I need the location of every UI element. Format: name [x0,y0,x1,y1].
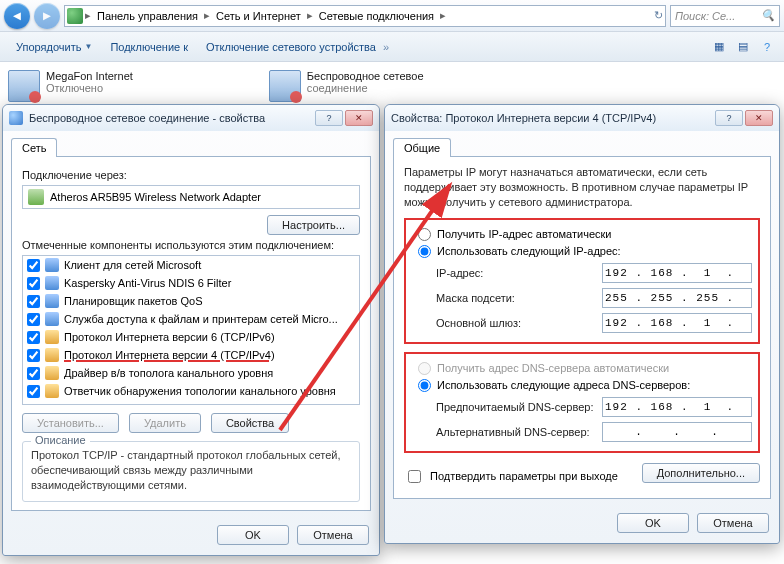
chevron-double-icon: » [383,41,389,53]
list-item[interactable]: Драйвер в/в тополога канального уровня [23,364,359,382]
chevron-right-icon: ▸ [440,9,446,22]
disable-device-menu[interactable]: Отключение сетевого устройства» [198,37,397,57]
properties-button[interactable]: Свойства [211,413,289,433]
ipv4-properties-dialog: Свойства: Протокол Интернета версии 4 (T… [384,104,780,544]
ip-label: IP-адрес: [436,267,594,279]
radio-input[interactable] [418,228,431,241]
filter-icon [45,276,59,290]
gateway-row: Основной шлюз: [436,313,752,333]
radio-auto-ip[interactable]: Получить IP-адрес автоматически [412,228,752,241]
connection-icon [269,70,301,102]
driver-icon [45,384,59,398]
confirm-on-exit-row[interactable]: Подтвердить параметры при выходе [404,467,618,486]
ok-button[interactable]: OK [617,513,689,533]
component-checkbox[interactable] [27,367,40,380]
driver-icon [45,366,59,380]
dns2-label: Альтернативный DNS-сервер: [436,426,594,438]
breadcrumb-seg[interactable]: Панель управления [93,10,202,22]
components-label: Отмеченные компоненты используются этим … [22,239,360,251]
connect-via-label: Подключение через: [22,169,360,181]
chevron-right-icon: ▸ [204,9,210,22]
list-item[interactable]: Клиент для сетей Microsoft [23,256,359,274]
component-checkbox[interactable] [27,349,40,362]
alternate-dns-input[interactable] [602,422,752,442]
description-legend: Описание [31,434,90,446]
ip-settings-highlight: Получить IP-адрес автоматически Использо… [404,218,760,344]
ok-button[interactable]: OK [217,525,289,545]
component-checkbox[interactable] [27,277,40,290]
protocol-icon [45,348,59,362]
breadcrumb[interactable]: ▸ Панель управления ▸ Сеть и Интернет ▸ … [64,5,666,27]
back-button[interactable]: ◄ [4,3,30,29]
ip-address-input[interactable] [602,263,752,283]
help-button[interactable]: ? [715,110,743,126]
radio-manual-ip[interactable]: Использовать следующий IP-адрес: [412,245,752,258]
service-icon [45,312,59,326]
dialog-titlebar[interactable]: Беспроводное сетевое соединение - свойст… [3,105,379,131]
confirm-checkbox[interactable] [408,470,421,483]
chevron-down-icon: ▼ [84,42,92,51]
tab-network[interactable]: Сеть [11,138,57,157]
connection-icon [8,70,40,102]
adapter-name: Atheros AR5B95 Wireless Network Adapter [50,191,261,203]
toolbar: Упорядочить▼ Подключение к Отключение се… [0,32,784,62]
configure-button[interactable]: Настроить... [267,215,360,235]
adapter-field: Atheros AR5B95 Wireless Network Adapter [22,185,360,209]
components-list[interactable]: Клиент для сетей Microsoft Kaspersky Ant… [22,255,360,405]
close-button[interactable]: ✕ [345,110,373,126]
radio-auto-dns[interactable]: Получить адрес DNS-сервера автоматически [412,362,752,375]
connection-title-line2: соединение [307,82,424,94]
remove-button[interactable]: Удалить [129,413,201,433]
connection-wifi[interactable]: Беспроводное сетевое соединение [265,66,428,106]
refresh-icon[interactable]: ↻ [654,9,663,22]
connect-to-menu[interactable]: Подключение к [102,37,196,57]
subnet-mask-input[interactable] [602,288,752,308]
preferred-dns-input[interactable] [602,397,752,417]
dialog-titlebar[interactable]: Свойства: Протокол Интернета версии 4 (T… [385,105,779,131]
install-button[interactable]: Установить... [22,413,119,433]
list-item[interactable]: Ответчик обнаружения топологии канальног… [23,382,359,400]
connection-title: MegaFon Internet [46,70,133,82]
list-item[interactable]: Служба доступа к файлам и принтерам сете… [23,310,359,328]
radio-input[interactable] [418,245,431,258]
dialog-title: Свойства: Протокол Интернета версии 4 (T… [391,112,656,124]
radio-input [418,362,431,375]
list-item[interactable]: Kaspersky Anti-Virus NDIS 6 Filter [23,274,359,292]
list-item-tcpipv4[interactable]: Протокол Интернета версии 4 (TCP/IPv4) [23,346,359,364]
organize-menu[interactable]: Упорядочить▼ [8,37,100,57]
connection-status: Отключено [46,82,133,94]
description-group: Описание Протокол TCP/IP - стандартный п… [22,441,360,502]
search-input[interactable]: Поиск: Се... 🔍 [670,5,780,27]
help-icon[interactable]: ? [758,38,776,56]
help-button[interactable]: ? [315,110,343,126]
adapter-icon [28,189,44,205]
details-icon[interactable]: ▤ [734,38,752,56]
list-item[interactable]: Планировщик пакетов QoS [23,292,359,310]
wifi-properties-dialog: Беспроводное сетевое соединение - свойст… [2,104,380,556]
cancel-button[interactable]: Отмена [297,525,369,545]
dns2-row: Альтернативный DNS-сервер: [436,422,752,442]
view-icon[interactable]: ▦ [710,38,728,56]
breadcrumb-seg[interactable]: Сетевые подключения [315,10,438,22]
ip-address-row: IP-адрес: [436,263,752,283]
component-checkbox[interactable] [27,313,40,326]
list-item[interactable]: Протокол Интернета версии 6 (TCP/IPv6) [23,328,359,346]
radio-manual-dns[interactable]: Использовать следующие адреса DNS-сервер… [412,379,752,392]
search-icon: 🔍 [761,9,775,22]
component-checkbox[interactable] [27,259,40,272]
nav-bar: ◄ ► ▸ Панель управления ▸ Сеть и Интерне… [0,0,784,32]
tab-general[interactable]: Общие [393,138,451,157]
connection-megafon[interactable]: MegaFon Internet Отключено [4,66,137,106]
component-checkbox[interactable] [27,385,40,398]
breadcrumb-seg[interactable]: Сеть и Интернет [212,10,305,22]
radio-input[interactable] [418,379,431,392]
component-checkbox[interactable] [27,331,40,344]
gateway-input[interactable] [602,313,752,333]
component-checkbox[interactable] [27,295,40,308]
forward-button[interactable]: ► [34,3,60,29]
subnet-mask-row: Маска подсети: [436,288,752,308]
advanced-button[interactable]: Дополнительно... [642,463,760,483]
cancel-button[interactable]: Отмена [697,513,769,533]
close-button[interactable]: ✕ [745,110,773,126]
mask-label: Маска подсети: [436,292,594,304]
